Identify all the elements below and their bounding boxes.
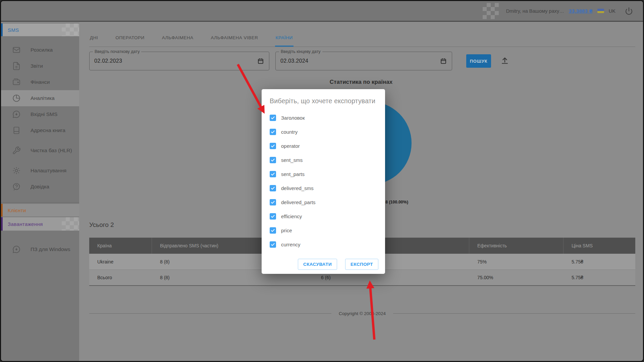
download-icon — [12, 245, 21, 254]
tab-dni[interactable]: ДНІ — [89, 33, 99, 47]
total-count-heading: Усього 2 — [89, 221, 114, 229]
option-price[interactable]: price — [270, 223, 380, 237]
sidebar-section-clients-label: Клієнти — [8, 207, 26, 213]
upload-icon[interactable] — [500, 56, 509, 65]
checker-decoration — [62, 217, 79, 231]
report-icon — [12, 62, 21, 70]
language-selector[interactable]: UK — [609, 8, 615, 14]
sidebar-item-chystka-baz[interactable]: Чистка баз (HLR) — [1, 138, 79, 163]
option-sent-parts[interactable]: sent_parts — [270, 167, 380, 181]
option-label: country — [281, 129, 298, 135]
column-header: Ефективність — [469, 238, 564, 254]
table-cell: 75% — [469, 254, 564, 269]
calendar-icon[interactable] — [257, 57, 264, 65]
calendar-icon[interactable] — [440, 57, 447, 65]
sidebar-item-label: Довідка — [31, 183, 73, 191]
sidebar-item-label: Фінанси — [31, 78, 73, 86]
wrench-icon — [12, 146, 21, 155]
address-book-icon — [12, 126, 21, 135]
table-cell: 5.75₴ — [564, 270, 635, 285]
option-operator[interactable]: operator — [270, 139, 380, 153]
sidebar-item-label: Адресна книга — [31, 126, 73, 134]
tab-operatory[interactable]: ОПЕРАТОРИ — [115, 33, 145, 47]
power-icon[interactable] — [625, 7, 633, 15]
sidebar-item-pz-windows[interactable]: ПЗ для Windows — [1, 237, 79, 261]
footer-divider — [393, 313, 635, 314]
option-delivered-parts[interactable]: delivered_parts — [270, 195, 380, 209]
sidebar-section-sms-label: SMS — [8, 27, 19, 33]
sidebar: SMS Розсилка Звіти Фінанси Аналітика — [1, 23, 79, 361]
sidebar-item-label: Звіти — [31, 62, 73, 70]
cancel-button[interactable]: СКАСУВАТИ — [298, 259, 337, 270]
tab-krainy[interactable]: КРАЇНИ — [275, 33, 293, 47]
pie-slice-label: 8 (100.00%) — [385, 200, 408, 204]
column-header: Ціна SMS — [564, 238, 635, 254]
start-date-input[interactable]: Введіть початкову дату 02.02.2023 — [89, 52, 269, 70]
app-window: Dmitry, на Вашому раху… 33,3883 ₴ UK SMS… — [0, 0, 644, 362]
column-header: Країна — [89, 238, 152, 254]
sidebar-section-downloads-label: Завантаження — [8, 221, 43, 227]
search-button[interactable]: ПОШУК — [466, 54, 491, 68]
checkbox-checked-icon[interactable] — [270, 171, 276, 177]
sidebar-item-analityka[interactable]: Аналітика — [1, 90, 79, 106]
checkbox-checked-icon[interactable] — [270, 129, 276, 135]
option-country[interactable]: country — [270, 125, 380, 139]
tab-bar: ДНІ ОПЕРАТОРИ АЛЬФАІМЕНА АЛЬФАІМЕНА VIBE… — [89, 33, 635, 47]
option-currency[interactable]: currency — [270, 237, 380, 251]
sidebar-item-zvity[interactable]: Звіти — [1, 58, 79, 74]
export-button[interactable]: ЕКСПОРТ — [345, 259, 378, 270]
option-label: price — [281, 228, 292, 233]
sidebar-item-rozsylka[interactable]: Розсилка — [1, 42, 79, 58]
option-label: currency — [281, 242, 301, 247]
dialog-actions: СКАСУВАТИ ЕКСПОРТ — [298, 259, 378, 270]
end-date-input[interactable]: Введіть кінцеву дату 02.03.2024 — [275, 52, 452, 70]
checkbox-checked-icon[interactable] — [270, 115, 276, 121]
tab-alfaimena[interactable]: АЛЬФАІМЕНА — [161, 33, 194, 47]
sidebar-item-vhidni-sms[interactable]: Вхідні SMS — [1, 106, 79, 122]
footer: Copyright © 2008-2024 — [89, 311, 635, 316]
option-label: efficiency — [281, 214, 302, 219]
sidebar-section-sms[interactable]: SMS — [1, 23, 79, 36]
checker-decoration — [483, 3, 499, 19]
help-icon — [12, 182, 21, 191]
export-dialog: Виберіть, що хочете експортувати Заголов… — [262, 89, 385, 274]
option-label: delivered_sms — [281, 185, 314, 191]
sidebar-item-nalashtuvannya[interactable]: Налаштування — [1, 163, 79, 179]
footer-divider — [89, 313, 331, 314]
checkbox-checked-icon[interactable] — [270, 199, 276, 205]
sidebar-section-clients[interactable]: Клієнти — [1, 204, 79, 217]
mail-icon — [12, 46, 21, 54]
copyright-text: Copyright © 2008-2024 — [339, 311, 386, 316]
export-options-list: Заголовок country operator sent_sms sent… — [270, 111, 380, 251]
sidebar-section-downloads[interactable]: Завантаження — [1, 217, 79, 231]
option-efficiency[interactable]: efficiency — [270, 209, 380, 223]
sidebar-divider — [1, 202, 79, 203]
option-delivered-sms[interactable]: delivered_sms — [270, 181, 380, 195]
wallet-icon — [12, 78, 21, 86]
checkbox-checked-icon[interactable] — [270, 185, 276, 191]
tab-alfaimena-viber[interactable]: АЛЬФАІМЕНА VIBER — [210, 33, 259, 47]
sidebar-item-label: Налаштування — [31, 167, 73, 175]
option-label: sent_sms — [281, 157, 303, 163]
start-date-value: 02.02.2023 — [94, 58, 257, 64]
option-label: sent_parts — [281, 171, 305, 177]
chart-title: Статистика по країнах — [79, 79, 643, 85]
sidebar-item-label: Розсилка — [31, 46, 73, 54]
option-zagolovok[interactable]: Заголовок — [270, 111, 380, 125]
sidebar-item-adresna-knyha[interactable]: Адресна книга — [1, 122, 79, 138]
end-date-value: 02.03.2024 — [280, 58, 440, 64]
option-sent-sms[interactable]: sent_sms — [270, 153, 380, 167]
checkbox-checked-icon[interactable] — [270, 143, 276, 149]
sidebar-item-dovidka[interactable]: Довідка — [1, 179, 79, 195]
sidebar-item-label: Аналітика — [31, 94, 73, 102]
checkbox-checked-icon[interactable] — [270, 241, 276, 248]
checkbox-checked-icon[interactable] — [270, 213, 276, 220]
checker-decoration — [62, 23, 79, 36]
balance-link[interactable]: 33,3883 ₴ — [569, 8, 593, 14]
sidebar-item-finansy[interactable]: Фінанси — [1, 74, 79, 90]
table-cell: 75.00% — [469, 270, 564, 285]
filter-bar: Введіть початкову дату 02.02.2023 Введіт… — [89, 52, 509, 71]
end-date-label: Введіть кінцеву дату — [279, 49, 322, 54]
checkbox-checked-icon[interactable] — [270, 157, 276, 163]
checkbox-checked-icon[interactable] — [270, 227, 276, 234]
